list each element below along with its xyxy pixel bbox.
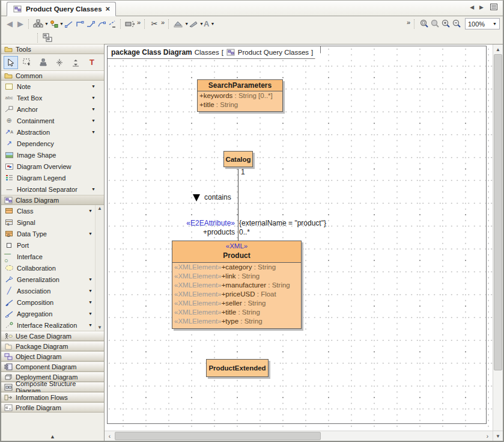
item-dropdown-icon[interactable]: ▼ [88, 312, 93, 316]
diagram-frame-header[interactable]: package Class Diagram Classes [ Product … [107, 46, 321, 59]
item-dropdown-icon[interactable]: ▼ [91, 187, 96, 191]
section-header-component-diagram[interactable]: Component Diagram [1, 361, 104, 372]
association-constraint[interactable]: {externalName = "product"} [239, 219, 326, 227]
line-style-rectilinear-button[interactable] [74, 18, 85, 30]
item-dropdown-icon[interactable]: ▼ [88, 277, 93, 281]
toolbar-overflow-icon[interactable]: » [407, 19, 410, 26]
item-dropdown-icon[interactable]: ▼ [91, 84, 96, 88]
association-role[interactable]: +products [177, 228, 235, 236]
item-dropdown-icon[interactable]: ▼ [88, 232, 93, 236]
palette-item-abstraction[interactable]: ↗A Abstraction ▼ [1, 126, 104, 138]
section-header-object-diagram[interactable]: Object Diagram [1, 351, 104, 361]
item-dropdown-icon[interactable]: ▼ [91, 130, 96, 134]
palette-scroll-up-icon[interactable]: ▲ [97, 206, 102, 211]
palette-item-note[interactable]: Note ▼ [1, 81, 104, 92]
item-dropdown-icon[interactable]: ▼ [91, 118, 96, 123]
forward-button[interactable]: ▶ [15, 18, 26, 30]
line-color-button[interactable]: ▼ [189, 18, 204, 30]
palette-item-collaboration[interactable]: Collaboration [1, 262, 95, 274]
scroll-right-icon[interactable]: › [482, 431, 493, 441]
palette-collapse-button[interactable]: ▲ [1, 413, 104, 441]
vertical-scrollbar[interactable]: ▲ [493, 45, 503, 431]
text-tool[interactable]: T [85, 56, 99, 69]
zoom-combo-dropdown-icon[interactable]: ▼ [493, 22, 497, 26]
palette-item-diagram-overview[interactable]: Diagram Overview [1, 161, 104, 172]
scroll-left-icon[interactable]: ‹ [105, 431, 115, 441]
cut-icon[interactable]: ✂ [149, 18, 160, 30]
item-dropdown-icon[interactable]: ▼ [88, 289, 93, 293]
fill-color-dropdown-icon[interactable]: ▼ [184, 22, 189, 26]
item-dropdown-icon[interactable]: ▼ [91, 107, 96, 111]
diagram-canvas[interactable]: package Class Diagram Classes [ Product … [105, 45, 493, 431]
palette-item-aggregation[interactable]: Aggregation ▼ [1, 308, 95, 319]
pointer-tool[interactable] [4, 56, 18, 69]
association-line[interactable] [238, 167, 238, 241]
class-search-parameters[interactable]: SearchParameters +keywords : String [0..… [197, 79, 283, 112]
zoom-fit-icon[interactable] [430, 18, 440, 30]
palette-item-diagram-legend[interactable]: Diagram Legend [1, 172, 104, 183]
zoom-level-combobox[interactable]: 100% ▼ [465, 18, 500, 29]
class-product[interactable]: «XML» Product «XMLElement»+category : St… [172, 241, 302, 329]
item-dropdown-icon[interactable]: ▼ [88, 323, 93, 327]
palette-item-signal[interactable]: s Signal [1, 216, 95, 228]
section-header-package-diagram[interactable]: Package Diagram [1, 341, 104, 351]
tab-list-icon[interactable] [489, 4, 499, 10]
association-direction-icon[interactable] [193, 194, 200, 201]
palette-item-image-shape[interactable]: Image Shape [1, 149, 104, 161]
section-header-use-case-diagram[interactable]: Use Case Diagram [1, 331, 104, 341]
association-stereotype[interactable]: «E2EAttribute» [177, 219, 235, 227]
line-style-oblique-button[interactable] [85, 18, 96, 30]
sticky-stamp-tool[interactable] [36, 56, 50, 69]
association-multiplicity-product[interactable]: 0..* [239, 228, 250, 236]
class-catalog[interactable]: Catalog [223, 151, 253, 167]
add-related-dropdown-icon[interactable]: ▼ [59, 22, 64, 26]
zoom-out-icon[interactable] [451, 18, 462, 30]
vertical-scroll-thumb[interactable] [494, 54, 502, 370]
section-header-tools[interactable]: Tools [1, 44, 104, 54]
palette-item-interface[interactable]: —○ Interface [1, 251, 95, 262]
back-button[interactable]: ◀ [4, 18, 15, 30]
add-related-elements-button[interactable]: ▼ [49, 18, 64, 30]
section-header-profile-diagram[interactable]: Profile Diagram [1, 402, 104, 413]
palette-scroll-down-icon[interactable]: ▼ [97, 325, 102, 330]
item-dropdown-icon[interactable]: ▼ [88, 300, 93, 304]
palette-item-port[interactable]: Port [1, 239, 95, 251]
palette-item-containment[interactable]: ⊕ Containment ▼ [1, 115, 104, 126]
vertical-distribute-tool[interactable] [52, 56, 67, 69]
palette-item-interface-realization[interactable]: Interface Realization ▼ [1, 319, 95, 331]
horizontal-scroll-thumb[interactable] [115, 432, 321, 440]
scroll-up-icon[interactable]: ▲ [493, 45, 503, 54]
scroll-tabs-right-icon[interactable]: ▶ [479, 4, 484, 10]
copy-diagram-icon[interactable] [42, 32, 53, 44]
palette-scrollbar[interactable]: ▲ ▼ [95, 205, 104, 331]
palette-item-text-box[interactable]: abc Text Box ▼ [1, 92, 104, 103]
palette-item-horizontal-separator[interactable]: ---- Horizontal Separator ▼ [1, 183, 104, 195]
font-color-button[interactable]: A ▼ [204, 18, 214, 30]
class-product-extended[interactable]: ProductExtended [206, 359, 269, 377]
layout-tree-button[interactable]: ▼ [33, 18, 49, 30]
association-multiplicity-catalog[interactable]: 1 [241, 168, 245, 176]
marquee-select-tool[interactable] [20, 56, 34, 69]
palette-item-data-type[interactable]: D Data Type ▼ [1, 228, 95, 239]
palette-item-dependency[interactable]: ↗ Dependency [1, 138, 104, 149]
section-header-common[interactable]: Common [1, 70, 104, 81]
palette-item-anchor[interactable]: Anchor ▼ [1, 103, 104, 115]
section-header-composite-structure-diagram[interactable]: Composite Structure Diagram [1, 382, 104, 392]
tab-product-query-classes[interactable]: Product Query Classes × [7, 2, 116, 16]
association-name[interactable]: contains [204, 193, 231, 201]
line-color-dropdown-icon[interactable]: ▼ [199, 22, 204, 26]
zoom-region-icon[interactable] [419, 18, 430, 30]
palette-item-generalization[interactable]: Generalization ▼ [1, 274, 95, 285]
make-same-size-button[interactable] [125, 18, 136, 30]
horizontal-distribute-tool[interactable] [68, 56, 83, 69]
section-header-information-flows[interactable]: Information Flows [1, 392, 104, 402]
zoom-in-icon[interactable] [440, 18, 451, 30]
close-tab-icon[interactable]: × [106, 6, 111, 12]
line-style-straight-button[interactable] [64, 18, 74, 30]
horizontal-scrollbar[interactable]: ‹ › [105, 431, 493, 441]
section-header-class-diagram[interactable]: Class Diagram [1, 195, 104, 205]
scroll-tabs-left-icon[interactable]: ◀ [470, 4, 474, 10]
item-dropdown-icon[interactable]: ▼ [91, 96, 96, 100]
item-dropdown-icon[interactable]: ▼ [88, 209, 93, 213]
palette-item-association[interactable]: ╱ Association ▼ [1, 285, 95, 296]
